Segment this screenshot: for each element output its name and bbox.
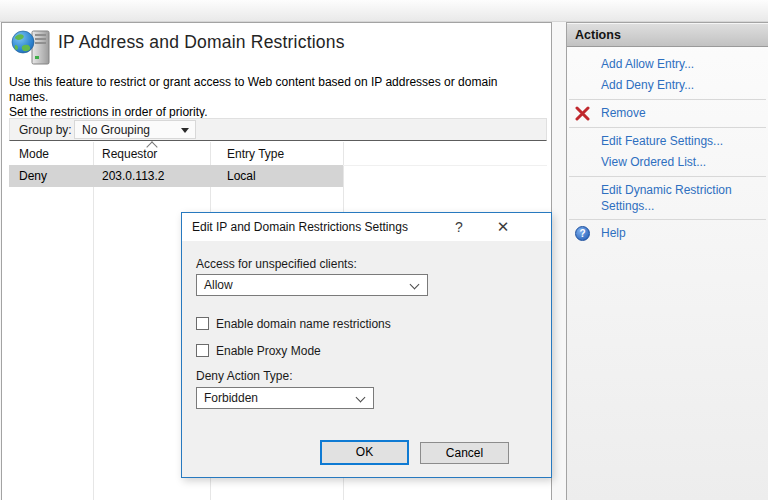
ok-button[interactable]: OK xyxy=(320,440,409,465)
dialog-titlebar[interactable]: Edit IP and Domain Restrictions Settings… xyxy=(182,213,551,241)
table-row-selected[interactable]: Deny 203.0.113.2 Local xyxy=(9,165,343,187)
group-by-value: No Grouping xyxy=(82,123,150,137)
chevron-down-icon xyxy=(356,393,366,403)
access-clients-dropdown[interactable]: Allow xyxy=(196,274,428,296)
action-edit-feature-settings[interactable]: Edit Feature Settings... xyxy=(567,131,768,152)
cell-requestor: 203.0.113.2 xyxy=(102,169,165,183)
deny-action-type-label: Deny Action Type: xyxy=(196,369,293,383)
column-header-mode[interactable]: Mode xyxy=(19,147,49,161)
group-by-toolbar: Group by: No Grouping xyxy=(9,118,547,141)
cell-mode: Deny xyxy=(19,169,47,183)
group-by-label: Group by: xyxy=(19,123,72,137)
cell-entry-type: Local xyxy=(227,169,256,183)
actions-pane-header: Actions xyxy=(567,23,768,47)
cancel-button[interactable]: Cancel xyxy=(420,442,509,464)
dialog-help-button[interactable]: ? xyxy=(440,213,478,241)
dialog-close-button[interactable]: ✕ xyxy=(484,213,522,241)
access-clients-label: Access for unspecified clients: xyxy=(196,257,357,271)
feature-description-line1: Use this feature to restrict or grant ac… xyxy=(9,75,537,105)
access-clients-value: Allow xyxy=(204,278,233,292)
column-divider xyxy=(93,142,94,500)
domain-restrictions-checkbox-label[interactable]: Enable domain name restrictions xyxy=(216,317,391,331)
proxy-mode-checkbox[interactable] xyxy=(196,344,209,357)
actions-separator xyxy=(569,176,766,177)
action-help[interactable]: ? Help xyxy=(567,223,768,244)
group-by-dropdown[interactable]: No Grouping xyxy=(74,120,196,139)
action-remove-label: Remove xyxy=(601,106,646,120)
ip-restrictions-feature-icon xyxy=(11,29,53,67)
actions-separator xyxy=(569,127,766,128)
chevron-down-icon xyxy=(410,280,420,290)
action-help-label: Help xyxy=(601,226,626,240)
page-title: IP Address and Domain Restrictions xyxy=(58,32,345,53)
proxy-mode-checkbox-label[interactable]: Enable Proxy Mode xyxy=(216,344,321,358)
feature-description: Use this feature to restrict or grant ac… xyxy=(9,75,537,120)
actions-list: Add Allow Entry... Add Deny Entry... Rem… xyxy=(567,47,768,244)
column-header-entry-type[interactable]: Entry Type xyxy=(227,147,284,161)
action-add-allow-entry[interactable]: Add Allow Entry... xyxy=(567,54,768,75)
edit-settings-dialog: Edit IP and Domain Restrictions Settings… xyxy=(181,212,552,478)
dropdown-arrow-icon xyxy=(181,128,189,133)
help-circle-icon: ? xyxy=(575,226,590,241)
list-header-row: Mode Requestor Entry Type xyxy=(9,142,547,166)
action-remove[interactable]: Remove xyxy=(567,103,768,124)
deny-action-type-dropdown[interactable]: Forbidden xyxy=(196,387,374,409)
dialog-title: Edit IP and Domain Restrictions Settings xyxy=(192,220,408,234)
remove-x-icon xyxy=(575,106,590,121)
action-edit-dynamic-restriction-settings[interactable]: Edit Dynamic Restriction Settings... xyxy=(567,180,768,216)
actions-separator xyxy=(569,219,766,220)
window-toolbar-strip xyxy=(0,0,768,22)
domain-restrictions-checkbox[interactable] xyxy=(196,317,209,330)
action-view-ordered-list[interactable]: View Ordered List... xyxy=(567,152,768,173)
action-add-deny-entry[interactable]: Add Deny Entry... xyxy=(567,75,768,96)
actions-pane: Actions Add Allow Entry... Add Deny Entr… xyxy=(566,22,768,500)
deny-action-type-value: Forbidden xyxy=(204,391,258,405)
actions-separator xyxy=(569,99,766,100)
